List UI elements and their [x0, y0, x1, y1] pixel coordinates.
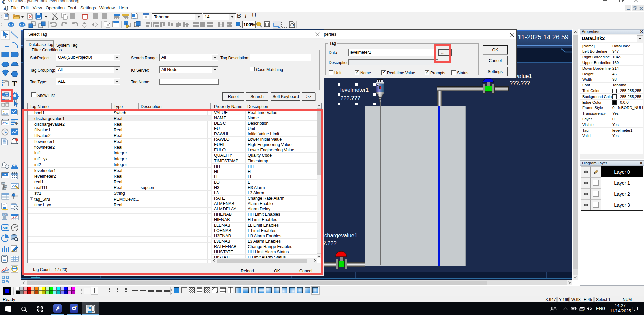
svg-text:GIF: GIF — [3, 227, 8, 230]
svg-text:100%: 100% — [243, 22, 255, 27]
svg-text:XYZ: XYZ — [2, 121, 8, 124]
svg-text:T: T — [12, 79, 17, 88]
